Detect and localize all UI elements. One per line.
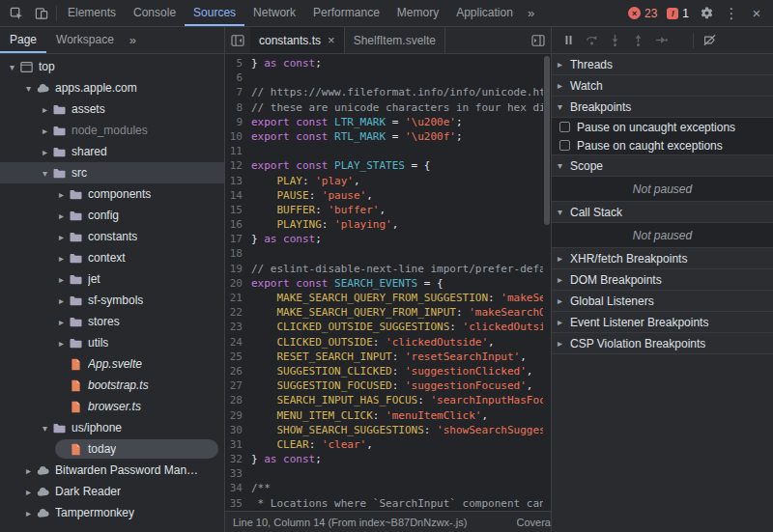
section-csp-violation-breakpoints[interactable]: ▸CSP Violation Breakpoints	[552, 333, 773, 354]
chevron-right-icon[interactable]: ▸	[22, 487, 35, 497]
chevron-right-icon[interactable]: ▸	[55, 210, 68, 221]
line-number[interactable]: 30	[225, 423, 251, 437]
checkbox-row-pause-on-caught-exceptions[interactable]: Pause on caught exceptions	[552, 136, 773, 154]
chevron-right-icon[interactable]: ▸	[55, 338, 68, 349]
tree-item-browser-ts[interactable]: browser.ts	[0, 396, 224, 417]
code-text[interactable]: } as const;	[251, 56, 543, 70]
step-out-icon[interactable]	[631, 33, 645, 47]
chevron-right-icon[interactable]: ▸	[39, 147, 51, 157]
code-text[interactable]: PAUSE: 'pause',	[251, 188, 543, 203]
chevron-right-icon[interactable]: ▸	[55, 317, 68, 327]
chevron-right-icon[interactable]: ▸	[55, 274, 68, 285]
inspect-icon[interactable]	[4, 1, 29, 26]
line-number[interactable]: 9	[225, 115, 251, 129]
settings-gear-icon[interactable]	[694, 1, 719, 26]
code-text[interactable]	[251, 70, 543, 85]
tree-item-components[interactable]: ▸components	[0, 183, 224, 205]
code-text[interactable]: } as const;	[251, 232, 543, 246]
line-number[interactable]: 32	[225, 452, 251, 466]
step-into-icon[interactable]	[608, 33, 622, 47]
code-text[interactable]: SEARCH_INPUT_HAS_FOCUS: 'searchInputHasF…	[251, 393, 543, 407]
line-number[interactable]: 16	[225, 217, 251, 232]
code-text[interactable]: SUGGESTION_FOCUSED: 'suggestionFocused',	[251, 378, 543, 393]
step-icon[interactable]	[654, 33, 669, 47]
pause-icon[interactable]	[561, 33, 576, 47]
tab-network[interactable]: Network	[244, 0, 304, 26]
line-number[interactable]: 21	[225, 291, 251, 305]
line-number[interactable]: 22	[225, 305, 251, 320]
tree-item-config[interactable]: ▸config	[0, 205, 224, 226]
line-number[interactable]: 10	[225, 129, 251, 144]
section-scope[interactable]: ▾Scope	[552, 155, 773, 177]
line-number[interactable]: 17	[225, 232, 251, 246]
chevron-down-icon[interactable]: ▾	[6, 62, 18, 72]
code-text[interactable]: CLICKED_OUTSIDE: 'clickedOutside',	[251, 335, 543, 350]
tree-item-stores[interactable]: ▸stores	[0, 311, 224, 332]
tab-elements[interactable]: Elements	[59, 0, 125, 26]
nav-more-tabs-icon[interactable]: »	[124, 33, 142, 47]
checkbox-unchecked[interactable]	[559, 122, 570, 132]
line-number[interactable]: 26	[225, 364, 251, 378]
code-text[interactable]	[251, 144, 543, 158]
section-dom-breakpoints[interactable]: ▸DOM Breakpoints	[552, 269, 773, 291]
tree-item-bootstrap-ts[interactable]: bootstrap.ts	[0, 375, 224, 396]
code-text[interactable]: // these are unicode characters in four …	[251, 100, 543, 115]
line-number[interactable]: 5	[225, 56, 251, 70]
editor-tab-shelfitem-svelte[interactable]: ShelfItem.svelte	[345, 27, 445, 53]
chevron-right-icon[interactable]: ▸	[55, 253, 68, 264]
code-text[interactable]: PLAYING: 'playing',	[251, 217, 543, 232]
kebab-menu-icon[interactable]: ⋮	[719, 1, 744, 26]
code-text[interactable]: } as const;	[251, 452, 543, 466]
section-watch[interactable]: ▸Watch	[552, 75, 773, 97]
line-number[interactable]: 12	[225, 158, 251, 173]
line-number[interactable]: 13	[225, 174, 251, 188]
code-text[interactable]: export const LTR_MARK = '\u200e';	[251, 115, 543, 129]
close-tab-icon[interactable]: ×	[328, 33, 335, 47]
chevron-right-icon[interactable]: ▸	[22, 465, 35, 476]
tree-item-apps-apple-com[interactable]: ▾apps.apple.com	[0, 77, 224, 98]
line-number[interactable]: 15	[225, 203, 251, 217]
tab-performance[interactable]: Performance	[304, 0, 388, 26]
device-toolbar-icon[interactable]	[29, 1, 54, 26]
scrollbar-thumb[interactable]	[544, 56, 550, 225]
chevron-right-icon[interactable]: ▸	[55, 189, 68, 200]
tree-item-top[interactable]: ▾top	[0, 56, 224, 77]
line-number[interactable]: 33	[225, 466, 251, 481]
code-text[interactable]: RESET_SEARCH_INPUT: 'resetSearchInput',	[251, 350, 543, 364]
close-icon[interactable]: ×	[744, 1, 769, 26]
section-xhr-fetch-breakpoints[interactable]: ▸XHR/fetch Breakpoints	[552, 248, 773, 269]
tree-item-app-svelte[interactable]: App.svelte	[0, 353, 224, 375]
line-number[interactable]: 20	[225, 276, 251, 291]
checkbox-row-pause-on-uncaught-exceptions[interactable]: Pause on uncaught exceptions	[552, 118, 773, 136]
chevron-down-icon[interactable]: ▾	[39, 168, 51, 179]
chevron-down-icon[interactable]: ▾	[39, 423, 51, 434]
section-event-listener-breakpoints[interactable]: ▸Event Listener Breakpoints	[552, 312, 773, 333]
line-number[interactable]: 31	[225, 437, 251, 452]
tab-application[interactable]: Application	[447, 0, 522, 26]
code-text[interactable]: SUGGESTION_CLICKED: 'suggestionClicked',	[251, 364, 543, 378]
editor-tab-constants-ts[interactable]: constants.ts×	[250, 27, 345, 53]
section-breakpoints[interactable]: ▾Breakpoints	[552, 97, 773, 118]
tree-item-dark-reader[interactable]: ▸Dark Reader	[0, 481, 224, 502]
code-text[interactable]: CLEAR: 'clear',	[251, 437, 543, 452]
coverage-status[interactable]: Covera	[517, 517, 551, 528]
tree-item-utils[interactable]: ▸utils	[0, 332, 224, 353]
tree-item-tampermonkey[interactable]: ▸Tampermonkey	[0, 502, 224, 523]
code-text[interactable]	[251, 246, 543, 261]
checkbox-unchecked[interactable]	[559, 140, 570, 151]
hide-navigator-icon[interactable]	[225, 27, 250, 53]
code-text[interactable]: export const PLAY_STATES = {	[251, 158, 543, 173]
tab-console[interactable]: Console	[125, 0, 185, 26]
code-text[interactable]: // https://www.fileformat.info/info/unic…	[251, 85, 543, 99]
code-text[interactable]: export const RTL_MARK = '\u200f';	[251, 129, 543, 144]
code-text[interactable]: export const SEARCH_EVENTS = {	[251, 276, 543, 291]
tree-item-context[interactable]: ▸context	[0, 247, 224, 268]
chevron-right-icon[interactable]: ▸	[55, 295, 68, 306]
code-text[interactable]: CLICKED_OUTSIDE_SUGGESTIONS: 'clickedOut…	[251, 320, 543, 334]
line-number[interactable]: 27	[225, 378, 251, 393]
tree-item-jet[interactable]: ▸jet	[0, 268, 224, 290]
chevron-right-icon[interactable]: ▸	[39, 104, 51, 115]
chevron-right-icon[interactable]: ▸	[39, 126, 51, 136]
chevron-right-icon[interactable]: ▸	[55, 232, 68, 242]
code-text[interactable]: SHOW_SEARCH_SUGGESTIONS: 'showSearchSugg…	[251, 423, 543, 437]
